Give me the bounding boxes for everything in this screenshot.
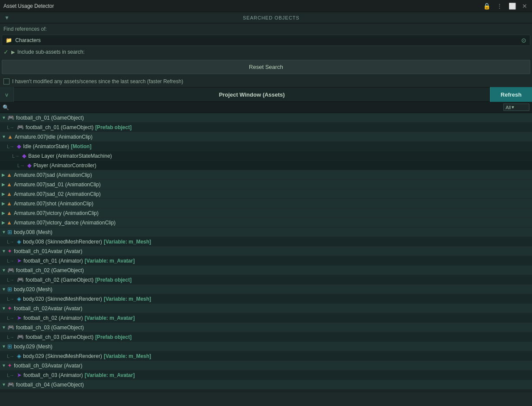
tree-item[interactable]: ▼⊞body.020 (Mesh): [0, 285, 532, 294]
tree-item[interactable]: ▼⊞body.029 (Mesh): [0, 342, 532, 351]
item-label: football_ch_01 (GameObject): [16, 115, 84, 121]
tree-item[interactable]: ▼🎮football_ch_03 (GameObject): [0, 323, 532, 332]
tree-item[interactable]: L→➤football_ch_01 (Animator)[Variable: m…: [0, 256, 532, 266]
indent-icon: L→: [7, 315, 14, 321]
expand-arrow-icon[interactable]: ▼: [2, 306, 6, 311]
tree-item[interactable]: ▶▲Armature.007|sad_01 (AnimationClip): [0, 180, 532, 189]
tree-item[interactable]: ▼✦football_ch_01Avatar (Avatar): [0, 247, 532, 256]
tree-item[interactable]: ▼✦football_ch_03Avatar (Avatar): [0, 361, 532, 370]
expand-arrow-icon[interactable]: ▼: [2, 249, 6, 253]
tree-item[interactable]: ▼⊞body.008 (Mesh): [0, 227, 532, 237]
indent-icon: L→: [7, 335, 14, 340]
tree-item[interactable]: L→◆Idle (AnimatorState)[Motion]: [0, 142, 532, 151]
title-bar-right: 🔒 ⋮ ⬜ ✕: [482, 3, 529, 10]
animator2-icon: ➤: [17, 315, 22, 321]
expand-arrow-icon[interactable]: ▼: [2, 382, 6, 387]
indent-icon: L→: [7, 258, 14, 263]
expand-arrow-icon[interactable]: ▶: [2, 172, 5, 177]
expand-arrow-icon[interactable]: ▼: [2, 287, 6, 292]
item-tag: [Motion]: [71, 143, 91, 149]
tree-item[interactable]: L→➤football_ch_03 (Animator)[Variable: m…: [0, 370, 532, 380]
expand-arrow-icon[interactable]: ▼: [2, 134, 6, 139]
project-window-title: Project Window (Assets): [14, 91, 490, 98]
search-row: 🔍 All ▾: [0, 102, 532, 113]
lock-icon[interactable]: 🔒: [482, 3, 492, 10]
tab-bar: ▼ SEARCHED OBJECTS: [0, 12, 532, 23]
animation-icon: ▲: [6, 200, 12, 207]
tree-item[interactable]: ▶▲Armature.007|sad_02 (AnimationClip): [0, 189, 532, 199]
expand-arrow-icon[interactable]: ▼: [2, 344, 6, 349]
expand-arrow-icon[interactable]: ▶: [2, 192, 5, 196]
mesh_renderer-icon: ◈: [17, 238, 21, 245]
expand-arrow-icon[interactable]: ▶: [2, 182, 5, 187]
expand-arrow-icon[interactable]: ▼: [2, 115, 6, 120]
tree-item[interactable]: ▼🎮football_ch_01 (GameObject): [0, 113, 532, 123]
faster-refresh-label: I haven't modified any assets/scenes sin…: [12, 78, 183, 84]
tree-item[interactable]: ▶▲Armature.007|victory_dance (AnimationC…: [0, 218, 532, 227]
tree-item[interactable]: L→◆Base Layer (AnimatorStateMachine): [0, 151, 532, 161]
refresh-button[interactable]: Refresh: [490, 87, 532, 102]
close-icon[interactable]: ✕: [521, 3, 529, 10]
item-tag: [Variable: m_Avatar]: [85, 372, 135, 378]
expand-arrow-icon[interactable]: ▶: [2, 201, 5, 206]
tree-item[interactable]: L→🎮football_ch_02 (GameObject)[Prefab ob…: [0, 275, 532, 285]
tree-item[interactable]: L→🎮football_ch_01 (GameObject)[Prefab ob…: [0, 123, 532, 132]
item-label: body.020 (SkinnedMeshRenderer): [23, 296, 102, 302]
tree-item[interactable]: L→🎮football_ch_03 (GameObject)[Prefab ob…: [0, 332, 532, 342]
expand-arrow-icon[interactable]: ▼: [2, 268, 6, 273]
item-label: football_ch_03 (Animator): [23, 372, 83, 378]
tree-item[interactable]: ▼🎮football_ch_04 (GameObject): [0, 380, 532, 390]
avatar-icon: ✦: [7, 248, 12, 254]
faster-refresh-checkbox[interactable]: [3, 78, 10, 84]
gameobject-icon: 🎮: [17, 276, 24, 283]
indent-icon: L→: [7, 144, 14, 149]
animation-icon: ▲: [6, 181, 12, 188]
indent-icon: L→: [7, 239, 14, 244]
checkmark-icon: ✓: [3, 49, 9, 55]
tree-item[interactable]: ▶▲Armature.007|shot (AnimationClip): [0, 199, 532, 208]
search-icon: 🔍: [3, 104, 9, 110]
item-tag: [Variable: m_Avatar]: [85, 258, 135, 264]
gameobject-icon: 🎮: [7, 267, 14, 273]
animation-icon: ▲: [6, 210, 12, 216]
tree-item[interactable]: ▶▲Armature.007|victory (AnimationClip): [0, 208, 532, 218]
item-label: body.008 (Mesh): [14, 229, 52, 235]
item-tag: [Variable: m_Mesh]: [104, 353, 151, 359]
mesh-icon: ⊞: [7, 286, 12, 292]
asset-path-row[interactable]: 📁 Characters ⊙: [2, 35, 530, 46]
item-label: Base Layer (AnimatorStateMachine): [28, 153, 112, 159]
tree-item[interactable]: ▼🎮football_ch_02 (GameObject): [0, 266, 532, 275]
tree-item[interactable]: L→◈body.008 (SkinnedMeshRenderer)[Variab…: [0, 237, 532, 247]
menu-icon[interactable]: ⋮: [495, 3, 504, 10]
asset-path-select-button[interactable]: ⊙: [521, 37, 526, 44]
sub-assets-row: ✓ ▶ Include sub-assets in search:: [0, 47, 532, 57]
item-label: body.020 (Mesh): [14, 286, 52, 292]
maximize-icon[interactable]: ⬜: [507, 3, 517, 10]
tree-item[interactable]: L→◈body.029 (SkinnedMeshRenderer)[Variab…: [0, 351, 532, 361]
expand-arrow-icon[interactable]: ▼: [2, 230, 6, 234]
tree-item[interactable]: ▼▲Armature.007|idle (AnimationClip): [0, 132, 532, 142]
gameobject-icon: 🎮: [7, 114, 14, 121]
search-input[interactable]: [11, 104, 502, 110]
expand-triangle-icon[interactable]: ▶: [11, 49, 15, 55]
expand-arrow-icon[interactable]: ▼: [2, 363, 6, 368]
tab-dropdown-arrow[interactable]: ▼: [2, 15, 12, 21]
tree-item[interactable]: L→➤football_ch_02 (Animator)[Variable: m…: [0, 313, 532, 323]
tree-item[interactable]: ▼✦football_ch_02Avatar (Avatar): [0, 304, 532, 313]
avatar-icon: ✦: [7, 362, 12, 369]
tree-item[interactable]: ▶▲Armature.007|sad (AnimationClip): [0, 170, 532, 180]
filter-dropdown[interactable]: All ▾: [503, 104, 529, 111]
tree-item[interactable]: L→◈body.020 (SkinnedMeshRenderer)[Variab…: [0, 294, 532, 304]
item-label: football_ch_03Avatar (Avatar): [14, 363, 82, 369]
project-bar-arrow[interactable]: v: [0, 87, 14, 102]
reset-search-button[interactable]: Reset Search: [2, 60, 530, 74]
item-label: body.029 (SkinnedMeshRenderer): [23, 353, 102, 359]
animator-icon: ◆: [27, 162, 32, 169]
expand-arrow-icon[interactable]: ▼: [2, 325, 6, 330]
expand-arrow-icon[interactable]: ▶: [2, 220, 5, 225]
item-tag: [Variable: m_Mesh]: [104, 239, 151, 245]
expand-arrow-icon[interactable]: ▶: [2, 211, 5, 215]
searched-objects-tab[interactable]: SEARCHED OBJECTS: [12, 13, 530, 22]
tree-item[interactable]: L→◆Player (AnimatorController): [0, 161, 532, 170]
gameobject-icon: 🎮: [17, 334, 24, 340]
